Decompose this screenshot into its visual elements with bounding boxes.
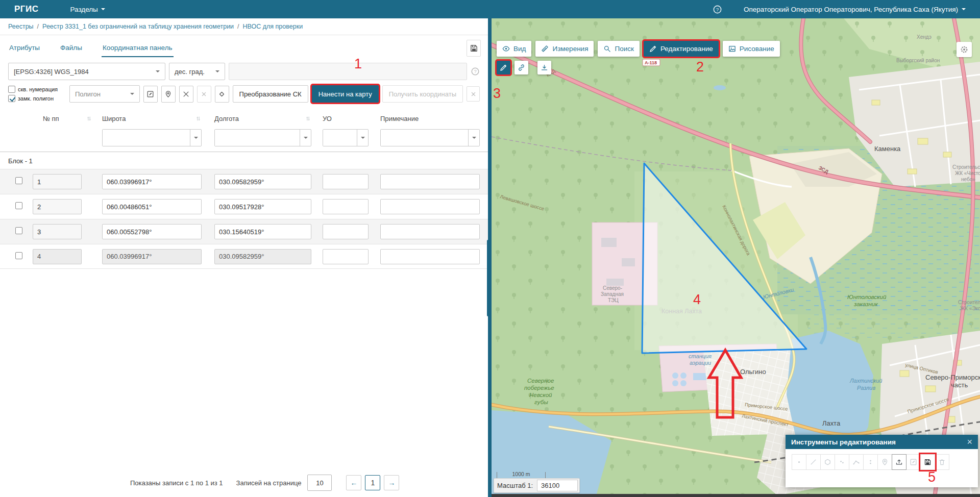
breadcrumb-link-registries[interactable]: Реестры — [8, 23, 34, 30]
edit-geometry-button[interactable] — [143, 86, 158, 103]
edit-tool-save-icon[interactable] — [920, 454, 935, 470]
uo-input[interactable] — [323, 249, 369, 264]
filter-uo-input[interactable] — [323, 130, 357, 146]
scale-input[interactable] — [537, 480, 578, 491]
edit-tool-import-icon[interactable] — [892, 454, 906, 470]
link-icon[interactable] — [514, 61, 528, 74]
editing-tools-row — [792, 454, 978, 470]
nav-sections-menu[interactable]: Разделы — [70, 6, 105, 13]
filter-note-input[interactable] — [381, 130, 468, 146]
row-checkbox[interactable] — [15, 177, 22, 184]
chevron-down-icon[interactable] — [300, 130, 311, 146]
row-checkbox[interactable] — [15, 227, 22, 234]
tab-coordinate-panel[interactable]: Координатная панель — [102, 37, 174, 57]
row-number-input[interactable] — [33, 224, 82, 239]
note-input[interactable] — [380, 249, 480, 264]
remove-row-button[interactable] — [197, 86, 211, 103]
latitude-input[interactable] — [102, 224, 202, 239]
edit-tool-edit-attributes-icon[interactable] — [906, 454, 921, 470]
latitude-input[interactable] — [102, 174, 202, 189]
row-checkbox[interactable] — [15, 252, 22, 259]
current-page-button[interactable]: 1 — [365, 475, 380, 490]
prev-page-button[interactable]: ← — [346, 475, 361, 490]
map-tool-label: Вид — [513, 45, 526, 53]
add-point-button[interactable] — [161, 86, 176, 103]
app-logo[interactable]: РГИС — [14, 4, 38, 14]
row-number-input[interactable] — [33, 199, 82, 214]
edit-tool-delete-icon[interactable] — [935, 454, 949, 470]
latitude-input[interactable] — [102, 249, 202, 264]
draw-geometry-icon[interactable] — [497, 61, 510, 74]
units-select[interactable]: дес. град. — [169, 63, 225, 80]
edit-tool-pin-icon[interactable] — [877, 454, 892, 470]
chevron-down-icon[interactable] — [468, 130, 479, 146]
per-page-input[interactable] — [307, 475, 332, 491]
map-settings-button[interactable] — [957, 42, 972, 57]
edit-tool-merge-icon[interactable] — [863, 454, 878, 470]
apply-to-map-button[interactable]: Нанести на карту — [312, 85, 379, 103]
row-number-input[interactable] — [33, 174, 82, 189]
sort-icon[interactable] — [195, 115, 202, 122]
map-tool-label: Поиск — [615, 45, 633, 53]
uo-input[interactable] — [323, 199, 369, 214]
chevron-down-icon[interactable] — [190, 130, 201, 146]
map-tool-search-button[interactable]: Поиск — [598, 41, 639, 57]
uo-input[interactable] — [323, 224, 369, 239]
map-tool-draw-button[interactable]: Рисование — [723, 41, 780, 57]
crs-select[interactable]: [EPSG:4326] WGS_1984 — [8, 63, 165, 80]
note-input[interactable] — [380, 174, 480, 189]
eraser-button[interactable] — [215, 86, 229, 103]
sort-icon[interactable] — [86, 115, 92, 122]
tab-files[interactable]: Файлы — [59, 37, 83, 57]
filter-latitude-input[interactable] — [103, 130, 190, 146]
map-tool-view-button[interactable]: Вид — [497, 41, 531, 57]
row-number-input[interactable] — [33, 249, 82, 264]
sort-icon[interactable] — [305, 115, 311, 122]
save-button[interactable] — [467, 40, 481, 57]
map-label: Северное — [527, 378, 554, 384]
user-menu[interactable]: Операторский Оператор Операторович, Респ… — [744, 6, 966, 13]
checkbox-icon[interactable] — [8, 86, 15, 93]
latitude-input[interactable] — [102, 199, 202, 214]
edit-tool-point-icon[interactable] — [792, 454, 806, 470]
checkbox-checked-icon[interactable] — [8, 95, 15, 102]
coordinates-panel: Реестры / Реестр 3331_1 без ограничений … — [0, 18, 488, 497]
breadcrumb-current[interactable]: НВОС для проверки — [243, 23, 303, 30]
chevron-down-icon[interactable] — [357, 130, 368, 146]
tab-attributes[interactable]: Атрибуты — [8, 37, 41, 57]
edit-tool-vertices-icon[interactable] — [849, 454, 864, 470]
checkbox-closed-polygon[interactable]: замк. полигон — [8, 95, 66, 102]
map-tool-edit-button[interactable]: Редактирование — [644, 41, 719, 57]
close-icon[interactable]: × — [967, 437, 972, 446]
clear-all-button[interactable] — [179, 86, 193, 103]
help-icon[interactable]: ? — [713, 5, 722, 14]
note-input[interactable] — [380, 199, 480, 214]
breadcrumb-link-registry[interactable]: Реестр 3331_1 без ограничений на таблицу… — [42, 23, 234, 30]
longitude-input[interactable] — [214, 249, 311, 264]
transform-crs-button[interactable]: Преобразование СК — [233, 85, 308, 103]
edit-tool-multipoint-icon[interactable] — [835, 454, 849, 470]
panel-splitter[interactable] — [488, 18, 492, 497]
longitude-input[interactable] — [214, 174, 311, 189]
download-icon[interactable] — [537, 61, 551, 74]
longitude-input[interactable] — [214, 199, 311, 214]
edit-tool-polyline-icon[interactable] — [806, 454, 821, 470]
map-label: Северо- — [603, 285, 622, 291]
uo-input[interactable] — [323, 174, 369, 189]
checkbox-continuous-numbering[interactable]: скв. нумерация — [8, 86, 66, 93]
close-icon[interactable] — [467, 86, 480, 102]
map-canvas[interactable]: ХендэВыборгский районКАДКАДА-118КаменкаС… — [492, 18, 980, 497]
nav-sections-label: Разделы — [70, 6, 97, 13]
get-coordinates-button[interactable]: Получить координаты — [382, 85, 463, 103]
longitude-input[interactable] — [214, 224, 311, 239]
column-header: Широта — [102, 115, 126, 122]
filter-longitude-input[interactable] — [215, 130, 300, 146]
next-page-button[interactable]: → — [384, 475, 399, 490]
map-tool-measure-button[interactable]: Измерения — [535, 41, 594, 57]
note-input[interactable] — [380, 224, 480, 239]
edit-tool-polygon-icon[interactable] — [820, 454, 835, 470]
geometry-type-select[interactable]: Полигон — [69, 85, 140, 103]
breadcrumb-separator: / — [237, 23, 239, 30]
row-checkbox[interactable] — [15, 202, 22, 209]
map-label: А-118 — [645, 60, 657, 65]
